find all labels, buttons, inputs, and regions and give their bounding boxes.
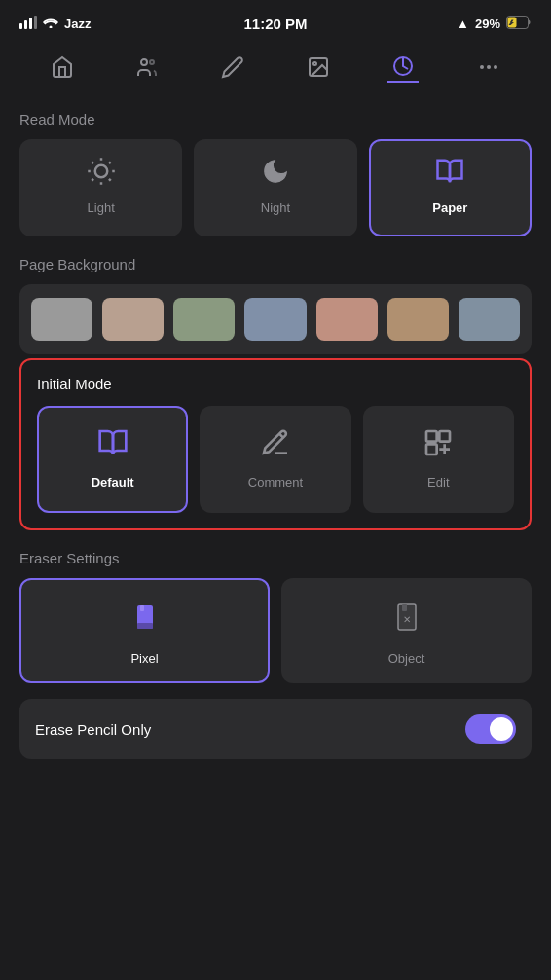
read-mode-paper-button[interactable]: Paper [369,139,532,236]
page-background-grid [19,284,532,354]
bg-swatch-0[interactable] [31,298,92,341]
read-mode-light-label: Light [88,200,115,215]
svg-point-6 [141,59,147,65]
time-label: 11:20 PM [243,16,307,32]
erase-pencil-only-row: Erase Pencil Only [19,699,532,759]
svg-point-11 [480,65,484,69]
svg-point-7 [150,60,154,64]
svg-rect-1 [24,20,27,29]
svg-line-17 [92,162,93,163]
page-background-section-title: Page Background [19,256,532,272]
svg-line-22 [109,162,111,163]
status-right: ▲ 29% [457,16,532,32]
carrier-label: Jazz [64,17,91,31]
svg-rect-27 [140,605,144,611]
eraser-settings-section-title: Eraser Settings [19,550,532,566]
svg-rect-3 [34,16,37,29]
bg-swatch-4[interactable] [316,298,378,341]
bg-swatch-3[interactable] [244,298,306,341]
initial-mode-grid: Default Comment [37,406,514,513]
erase-pencil-only-toggle[interactable] [465,714,516,744]
content-area: Read Mode Light [0,91,551,980]
initial-mode-default-label: Default [92,475,134,490]
status-bar: Jazz 11:20 PM ▲ 29% [0,0,551,43]
initial-mode-default-button[interactable]: Default [37,406,188,513]
image-toolbar-icon[interactable] [303,52,334,83]
book-icon [435,157,464,193]
bg-swatch-1[interactable] [102,298,164,341]
moon-icon [261,157,290,193]
svg-point-13 [494,65,497,69]
svg-rect-2 [29,18,32,29]
pen-toolbar-icon[interactable] [217,52,248,83]
read-mode-light-button[interactable]: Light [19,139,182,236]
svg-rect-25 [426,444,437,454]
initial-mode-comment-button[interactable]: Comment [200,406,350,513]
highlighter-icon [260,427,291,465]
svg-point-14 [94,165,107,178]
eraser-object-button[interactable]: ✕ Object [281,578,532,683]
bg-swatch-2[interactable] [173,298,235,341]
wifi-icon [43,17,58,31]
home-toolbar-icon[interactable] [47,52,78,83]
initial-mode-comment-label: Comment [248,475,303,490]
battery-percent: 29% [475,17,500,31]
edit-icon [422,427,454,465]
people-toolbar-icon[interactable] [131,52,163,83]
battery-icon [506,16,532,32]
svg-rect-28 [137,623,153,629]
eraser-pixel-button[interactable]: Pixel [19,578,270,683]
eraser-settings-grid: Pixel ✕ Object [19,578,532,683]
sun-icon [87,157,116,193]
more-toolbar-icon[interactable] [473,52,504,83]
bg-swatch-5[interactable] [387,298,449,341]
svg-point-9 [313,62,316,65]
pixel-eraser-icon [128,599,163,641]
read-mode-night-label: Night [261,200,290,215]
svg-point-12 [487,65,491,69]
signal-icon [19,16,37,32]
initial-mode-edit-button[interactable]: Edit [363,406,514,513]
read-mode-grid: Light Night Paper [19,139,532,236]
initial-mode-edit-label: Edit [427,475,449,490]
read-mode-section-title: Read Mode [19,111,532,127]
status-left: Jazz [19,16,91,32]
object-eraser-icon: ✕ [389,599,424,641]
eraser-object-label: Object [388,651,425,666]
toolbar [0,43,551,91]
eraser-pixel-label: Pixel [130,651,158,666]
location-icon: ▲ [457,17,469,31]
svg-rect-0 [19,23,22,29]
svg-rect-24 [440,431,451,442]
initial-mode-section: Initial Mode Default [19,358,532,530]
svg-line-21 [92,179,93,181]
svg-text:✕: ✕ [403,614,411,625]
read-mode-night-button[interactable]: Night [194,139,356,236]
read-mode-paper-label: Paper [432,200,467,215]
svg-rect-23 [426,431,437,442]
sticker-toolbar-icon[interactable] [387,52,419,83]
bg-swatch-6[interactable] [459,298,520,341]
default-book-icon [97,427,129,465]
svg-rect-30 [402,604,407,611]
initial-mode-section-title: Initial Mode [37,376,514,392]
erase-pencil-only-label: Erase Pencil Only [35,721,151,738]
svg-line-18 [109,179,111,181]
